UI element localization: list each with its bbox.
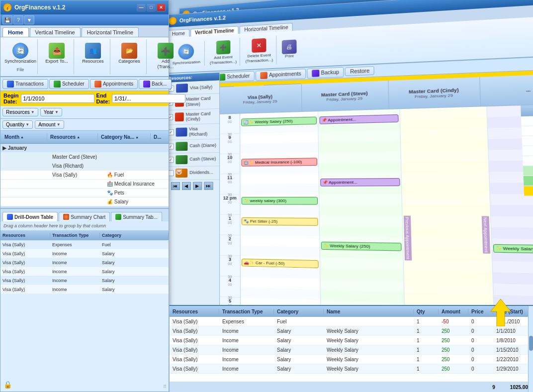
bg1-prev-appt[interactable]: Previous Appointment: [404, 216, 412, 261]
detail-row-6[interactable]: Visa (Sally) Income Salary: [0, 285, 169, 294]
bg1-event-appt-1[interactable]: 📌 Appointment...: [319, 114, 399, 124]
quick-access-toolbar: 💾 ? ▼: [0, 14, 169, 25]
detail-row-5[interactable]: Visa (Sally) Income Salary: [0, 276, 169, 285]
bg1-tab-home[interactable]: Home: [168, 29, 189, 38]
col-header-category[interactable]: Category Na... ▲: [99, 133, 151, 141]
item-salary[interactable]: 💰 Salary: [0, 197, 169, 206]
bg1-next-appt[interactable]: Next Appointment: [481, 216, 490, 254]
bg1-event-salary-mc[interactable]: ✨ Weekly Salary (250): [321, 242, 402, 251]
col-header-month[interactable]: Month ▲: [2, 133, 47, 141]
main-data-area[interactable]: ▶ January Master Card (Steve) Visa (Rich…: [0, 144, 169, 208]
bg1-amount-val-4: -100.00: [522, 145, 533, 156]
begin-date-input[interactable]: [21, 94, 94, 103]
bg1-prev-btn[interactable]: ◀: [181, 182, 190, 190]
bg1-event-salary-2[interactable]: ✨ weekly salary (300): [242, 197, 318, 205]
qat-arrow-btn[interactable]: ▼: [24, 15, 34, 24]
bg1-restore-tab[interactable]: Restore: [345, 66, 374, 76]
detail-row-4[interactable]: Visa (Sally) Income Salary: [0, 267, 169, 276]
tab-htimeline[interactable]: Horizontal Timeline: [82, 27, 139, 37]
detail-row-2[interactable]: Visa (Sally) Income Salary: [0, 249, 169, 258]
bd-r5-qty: 1: [414, 357, 439, 362]
bd-row-3[interactable]: Visa (Sally) Income Salary Weekly Salary…: [170, 336, 533, 345]
export-btn[interactable]: 📤 Export To...: [44, 41, 70, 66]
sync-btn[interactable]: 🔄 Synchronization: [7, 41, 33, 66]
bg1-backup-tab[interactable]: Backup: [307, 67, 344, 79]
appointments-tab[interactable]: Appointments: [90, 79, 138, 89]
bg1-event-salary-more[interactable]: ✨ Weekly Salary (250): [493, 244, 533, 254]
tab-vtimeline[interactable]: Vertical Timeline: [30, 27, 81, 37]
bg1-res-visa-sally[interactable]: ✓ Visa (Sally): [165, 80, 219, 96]
bg1-res-cash-diane[interactable]: ✓ Cash (Diane): [165, 139, 219, 154]
bg1-print-group: 🖨 Print: [278, 37, 300, 61]
main-maximize-btn[interactable]: □: [147, 3, 156, 11]
bg1-amount-val-5: -25.00: [523, 155, 533, 166]
bg1-event-petsitter[interactable]: 🐾 Pet Sitter (-25): [242, 217, 318, 226]
bg1-first-btn[interactable]: ⏮: [171, 182, 180, 190]
bg1-res-visa-richard[interactable]: ✓ Visa (Richard): [165, 124, 219, 140]
item-fuel[interactable]: Visa (Sally) 🔥 Fuel: [0, 171, 169, 180]
bd-r4-type: Income: [219, 347, 274, 353]
bottom-tab-summary-table[interactable]: Summary Tab...: [111, 212, 162, 221]
resources-btn[interactable]: 👥 Resources: [80, 41, 106, 66]
bd-row-5[interactable]: Visa (Sally) Income Salary Weekly Salary…: [170, 355, 533, 364]
resize-handle[interactable]: ⠿: [163, 384, 167, 390]
summary-table-label: Summary Tab...: [123, 214, 158, 220]
bd-data-rows[interactable]: Visa (Sally) Expenses Fuel 1 -50 0 1/2..…: [170, 317, 533, 382]
categories-btn[interactable]: 📂 Categories: [116, 41, 142, 66]
group-january[interactable]: ▶ January: [0, 144, 169, 153]
summary-chart-label: Summary Chart: [71, 214, 105, 220]
item-medical[interactable]: 🏥 Medical Insurance: [0, 180, 169, 189]
tab-home[interactable]: Home: [2, 27, 29, 37]
bg1-event-salary-1[interactable]: 🔄✨ Weekly Salary (250): [241, 116, 316, 126]
qat-help-btn[interactable]: ?: [13, 15, 23, 24]
bg1-scheduler-tab[interactable]: Scheduler: [214, 71, 255, 82]
main-close-btn[interactable]: ✕: [157, 3, 166, 11]
bg1-res-dividends[interactable]: 🐷 Dividends...: [165, 166, 219, 180]
bg1-appointments-tab[interactable]: Appointments: [256, 69, 306, 81]
col-header-d[interactable]: D...: [152, 133, 167, 141]
main-minimize-btn[interactable]: —: [137, 3, 146, 11]
bg1-event-appt-2[interactable]: 📌 Appointment...: [320, 178, 400, 187]
item-fuel-res: Visa (Sally): [45, 172, 95, 178]
bg1-event-medical[interactable]: 🏥✨ Medical Insurance (-100): [241, 158, 317, 166]
bg1-event-car-fuel[interactable]: 🚗✨ Car - Fuel (-50): [242, 259, 318, 268]
transactions-tab[interactable]: Transactions: [2, 79, 48, 89]
bg1-next-btn[interactable]: ▶: [193, 182, 202, 190]
bd-scrollbar[interactable]: [528, 306, 533, 392]
detail-row-3[interactable]: Visa (Sally) Income Salary: [0, 258, 169, 267]
detail-row-1[interactable]: Visa (Sally) Expenses Fuel: [0, 240, 169, 249]
end-date-input[interactable]: [112, 94, 185, 103]
add-btn[interactable]: ➕ Add (Trans...: [153, 41, 178, 71]
dr1-category: Fuel: [100, 242, 169, 247]
bottom-tab-summary-chart[interactable]: Summary Chart: [59, 212, 110, 221]
bd-r1-price: 0: [468, 319, 493, 324]
bd-row-4[interactable]: Visa (Sally) Income Salary Weekly Salary…: [170, 345, 533, 355]
bg1-res-cash-steve[interactable]: ✓ Cash (Steve): [165, 153, 219, 167]
item-pets[interactable]: 🐾 Pets: [0, 189, 169, 197]
bg1-res-mc-cindy[interactable]: ✓ Master Card (Cindy): [165, 108, 219, 125]
bd-r4-name: Weekly Salary: [324, 347, 414, 353]
col-header-resources[interactable]: Resources ▲: [48, 133, 98, 141]
bd-row-2[interactable]: Visa (Sally) Income Salary Weekly Salary…: [170, 326, 533, 336]
bg1-icon-mc-cindy: [175, 112, 184, 121]
qat-save-btn[interactable]: 💾: [2, 15, 12, 24]
end-date-label: End Date:: [96, 93, 110, 104]
bg1-icon-dividends: 🐷: [176, 169, 187, 178]
bd-row-1[interactable]: Visa (Sally) Expenses Fuel 1 -50 0 1/2..…: [170, 317, 533, 326]
bottom-tab-drill[interactable]: Drill-Down Table: [2, 212, 58, 221]
amount-btn[interactable]: Amount ▼: [35, 120, 64, 129]
scheduler-tab[interactable]: Scheduler: [49, 79, 89, 89]
bg1-time-3: 30030: [220, 256, 240, 277]
subgroup-mc-steve[interactable]: Master Card (Steve): [0, 153, 169, 162]
detail-data-rows[interactable]: Visa (Sally) Expenses Fuel Visa (Sally) …: [0, 240, 169, 305]
bg1-last-btn[interactable]: ⏭: [204, 182, 213, 190]
transactions-tab-icon: [7, 81, 14, 88]
subgroup-visa-richard[interactable]: Visa (Richard): [0, 162, 169, 171]
backup-tab[interactable]: Back...: [139, 79, 172, 89]
bd-row-6[interactable]: Visa (Sally) Income Salary Weekly Salary…: [170, 364, 533, 374]
bd-scrollthumb[interactable]: [529, 336, 533, 351]
year-filter-btn[interactable]: Year ▼: [40, 108, 62, 116]
resources-filter-btn[interactable]: Resources ▼: [2, 108, 38, 116]
amount-label: Amount: [38, 122, 55, 127]
qty-btn[interactable]: Quantity ▼: [2, 120, 33, 129]
